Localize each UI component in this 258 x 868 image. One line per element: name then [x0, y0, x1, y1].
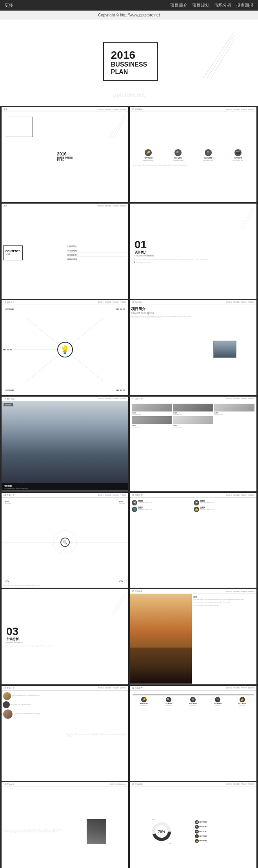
- slide-4-diag: [238, 206, 254, 230]
- svg-line-18: [113, 594, 126, 615]
- slide-1-header: 更多 项目简介 项目规划 市场分析 投资回报: [2, 107, 128, 112]
- slide-12-right: 分析 Lorem ipsum dolor sit amet consectetu…: [192, 594, 257, 683]
- icon-item-4: 📷 KEY WORD some text here desc: [233, 149, 243, 161]
- nav-item-3[interactable]: 市场分析: [214, 2, 231, 8]
- slide-thumb-12[interactable]: 3.1 市场分析 项目简介 项目规划 市场分析 投资回报 分析: [130, 589, 256, 684]
- slide-thumb-8[interactable]: 2.1 项目工作 项目简介 项目规划 市场分析 投资回报 工作1 lorem i…: [130, 397, 256, 491]
- hero-line1: BUSSINESS: [111, 61, 147, 68]
- d-icon-5: 👍: [195, 839, 199, 843]
- nav-item-1[interactable]: 项目简介: [170, 2, 187, 8]
- top-nav-more[interactable]: 更多: [5, 2, 13, 8]
- slide-15-text: Lorem ipsum dolor sit amet consectetur a…: [3, 829, 64, 834]
- hero-content: 2016 BUSSINESS PLAN: [107, 46, 151, 79]
- slide-thumb-10[interactable]: 2.3 优势分析 项目简介 项目规划 市场分析 投资回报 📢 优势1 lorem…: [130, 493, 256, 588]
- slide-8-nav: 项目简介 项目规划 市场分析 投资回报: [226, 398, 254, 399]
- slide-thumb-13[interactable]: 3.7 市场分析 项目简介 项目规划 市场分析 投资回报 Lorem ipsum…: [2, 686, 128, 781]
- slide-10-body: 📢 优势1 lorem ipsum desc text here ✉ 优势2 l…: [130, 498, 256, 587]
- slide-16-nav: 项目简介 项目规划 市场分析 投资回报: [226, 783, 254, 785]
- slide-thumb-6[interactable]: 1.2 项目简介 项目简介 项目规划 市场分析 投资回报 项目简介 Projec…: [130, 300, 256, 395]
- slides-grid: 更多 项目简介 项目规划 市场分析 投资回报 2016 BUSSINESS PL…: [0, 106, 258, 868]
- d-kw-5: KEY WORD: [200, 840, 207, 842]
- hero-diagonal-lines: [203, 31, 234, 80]
- slide-5-section: 1.2 创新方式: [4, 301, 15, 303]
- slide-16-header: 3.7 市场概率 项目简介 项目规划 市场分析 投资回报: [130, 782, 256, 787]
- icon-item-1: 🔑 KEY WORD some text here desc: [143, 149, 154, 161]
- timeline-desc-4: lorem desc: [215, 705, 221, 706]
- slide-13-header: 3.7 市场分析 项目简介 项目规划 市场分析 投资回报: [2, 686, 128, 691]
- work-desc-2: lorem ipsum desc: [173, 414, 213, 415]
- svg-line-4: [112, 117, 125, 138]
- nav-item-2[interactable]: 项目规划: [192, 2, 209, 8]
- adv-desc-3: lorem ipsum desc text here: [138, 509, 152, 510]
- slide-15-section: 3.3 市场分析: [4, 783, 15, 785]
- nav-item-4[interactable]: 投资回报: [236, 2, 253, 8]
- slide-15-inner: 3.3 市场分析 Mobile User Data Analysis Lorem…: [2, 782, 128, 868]
- slide-thumb-15[interactable]: 3.3 市场分析 Mobile User Data Analysis Lorem…: [2, 782, 128, 868]
- slide-thumb-5[interactable]: 1.2 创新方式 项目简介 项目规划 市场分析 投资回报 💡 KEY WO RD…: [2, 300, 128, 395]
- timeline-kw-2: KEY WORD: [165, 703, 172, 704]
- slide-1-diag: [109, 114, 125, 138]
- slide-10-inner: 2.3 优势分析 项目简介 项目规划 市场分析 投资回报 📢 优势1 lorem…: [130, 493, 256, 588]
- slide-15-right: [65, 787, 129, 868]
- slide-thumb-1[interactable]: 更多 项目简介 项目规划 市场分析 投资回报 2016 BUSSINESS PL…: [2, 107, 128, 202]
- slide-9-inner: 2.3 数据分析 项目简介 项目规划 市场分析 投资回报 🔍 对手1 lorem…: [2, 493, 128, 588]
- d-kw-3: KEY WORD: [200, 831, 207, 832]
- icon-2-desc: some text here desc: [173, 160, 184, 161]
- slide-12-header: 3.1 市场分析 项目简介 项目规划 市场分析 投资回报: [130, 589, 256, 594]
- slide-16-body: 70% 20% 10% 🔑 KEY WORD: [130, 787, 256, 868]
- slide-thumb-11[interactable]: 03 市场分析 Market analysis Lorem ipsum dolo…: [2, 589, 128, 684]
- city-tag-text: 项目规划: [5, 404, 11, 406]
- slide-thumb-16[interactable]: 3.7 市场概率 项目简介 项目规划 市场分析 投资回报: [130, 782, 256, 868]
- slide-thumb-3[interactable]: 更多 项目简介 项目规划 市场分析 投资回报 CONTENTS 目录: [2, 204, 128, 298]
- slide-7-section: 1.4 项目规划: [4, 398, 15, 400]
- slide-thumb-4[interactable]: 01 项目简介 Project description Lorem ipsum …: [130, 204, 256, 298]
- slide-16-inner: 3.7 市场概率 项目简介 项目规划 市场分析 投资回报: [130, 782, 256, 868]
- icon-4-label: KEY WORD: [234, 157, 242, 159]
- work-item-3: 工作3 lorem ipsum desc: [214, 404, 254, 415]
- work-desc-1: lorem ipsum desc: [132, 414, 172, 415]
- proj-title-zh: 项目简介: [131, 307, 192, 312]
- circle-desc-3: Lorem ipsum dolor sit amet consectetur a…: [14, 713, 40, 715]
- slide-12-nav: 项目简介 项目规划 市场分析 投资回报: [226, 591, 254, 592]
- d-icon-2: 🔍: [195, 825, 199, 829]
- slide-16-section: 3.7 市场概率: [132, 783, 143, 785]
- proj-desc: Lorem ipsum dolor sit amet consectetur a…: [131, 316, 192, 319]
- slide-13-circles: Lorem ipsum dolor sit amet consectetur a…: [2, 691, 65, 780]
- slide-7-nav: 项目简介 项目规划 市场分析 投资回报: [98, 398, 126, 399]
- slide-4-desc: Lorem ipsum dolor sit amet consectetur a…: [134, 258, 208, 260]
- timeline-kw-4: KEY WORD: [214, 703, 221, 704]
- slide-4-title-en: Project description: [134, 254, 208, 257]
- adv-icon-3: 🌐: [132, 507, 137, 512]
- adv-item-3: 🌐 优势3 lorem ipsum desc text here: [132, 507, 193, 512]
- proj-title-en: Project description: [131, 312, 192, 314]
- contents-item-3: 03 市场分析: [67, 254, 127, 257]
- slide-4-inner: 01 项目简介 Project description Lorem ipsum …: [130, 204, 256, 298]
- slide-thumb-7[interactable]: 1.4 项目规划 项目简介 项目规划 市场分析 投资回报 项目规划 Lorem …: [2, 397, 128, 491]
- slide-thumb-14[interactable]: 3.2 市场扩产 项目简介 项目规划 市场分析 投资回报 🔑 KEY WORD: [130, 686, 256, 781]
- donut-icon-5: 👍 KEY WORD: [195, 839, 255, 843]
- donut-chart: 70% 20% 10%: [152, 822, 171, 841]
- slide-4-content: 01 项目简介 Project description Lorem ipsum …: [134, 239, 208, 263]
- svg-line-0: [203, 31, 234, 78]
- hero-year: 2016: [111, 50, 147, 61]
- d-kw-2: KEY WORD: [200, 826, 207, 828]
- slide-thumb-2[interactable]: 1.1 智能解决 项目简介 项目规划 市场分析 投资回报 🔑 KEY WORD …: [130, 107, 256, 202]
- hero-slide: 2016 BUSSINESS PLAN pptstore.net: [0, 20, 258, 106]
- slide-5-inner: 1.2 创新方式 项目简介 项目规划 市场分析 投资回报 💡 KEY WO RD…: [2, 300, 128, 395]
- slide-10-nav: 项目简介 项目规划 市场分析 投资回报: [226, 494, 254, 496]
- donut-icon-1: 🔑 KEY WORD: [195, 820, 255, 824]
- slide-9-body: 🔍 对手1 lorem ipsum 对手2 lorem ipsum 对手3 lo…: [2, 498, 128, 587]
- slide-1-text: 2016 BUSSINESS PLAN: [53, 148, 76, 165]
- slide-14-inner: 3.2 市场扩产 项目简介 项目规划 市场分析 投资回报 🔑 KEY WORD: [130, 686, 256, 781]
- slide-7-body: 项目规划 Lorem ipsum dolor sit amet consecte…: [2, 401, 128, 491]
- slide-16-left: 70% 20% 10%: [130, 787, 193, 868]
- slide-thumb-9[interactable]: 2.3 数据分析 项目简介 项目规划 市场分析 投资回报 🔍 对手1 lorem…: [2, 493, 128, 588]
- adv-desc-2: lorem ipsum desc text here: [200, 502, 214, 503]
- slide-10-section: 2.3 优势分析: [132, 494, 143, 496]
- slide-2-desc-text: Lorem ipsum dolor sit amet consectetur a…: [132, 164, 254, 166]
- svg-line-6: [238, 206, 254, 229]
- timeline-icon-1: 🔑: [141, 697, 147, 702]
- adv-desc-4: lorem ipsum desc text here: [200, 509, 214, 510]
- adv-desc-1: lorem ipsum desc text here: [138, 502, 152, 503]
- circle-item-2: Lorem ipsum dolor sit amet consectetur: [3, 701, 64, 708]
